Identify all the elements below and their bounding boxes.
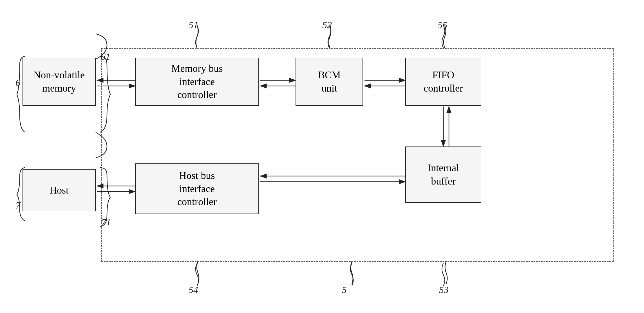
host-block: Host bbox=[23, 169, 96, 211]
brace-7 bbox=[14, 165, 28, 227]
fifo-block: FIFO controller bbox=[405, 58, 481, 106]
ref-5: 5 bbox=[342, 285, 347, 295]
ref-54: 54 bbox=[189, 285, 198, 295]
brace-71 bbox=[99, 165, 115, 232]
hbic-block: Host bus interface controller bbox=[135, 163, 259, 214]
wavy-53 bbox=[446, 261, 457, 287]
wavy-54 bbox=[198, 261, 209, 287]
brace-61 bbox=[99, 54, 115, 138]
bcm-block: BCM unit bbox=[296, 58, 363, 106]
brace-6 bbox=[14, 54, 28, 138]
ibuf-block: Internal buffer bbox=[405, 146, 481, 203]
wavy-5 bbox=[352, 261, 363, 287]
nvm-block: Non-volatile memory bbox=[23, 58, 96, 106]
wavy-52 bbox=[330, 23, 341, 49]
wavy-55 bbox=[445, 23, 456, 49]
ref-51: 51 bbox=[189, 20, 198, 30]
wavy-51 bbox=[197, 23, 208, 49]
mbic-block: Memory bus interface controller bbox=[135, 58, 259, 106]
